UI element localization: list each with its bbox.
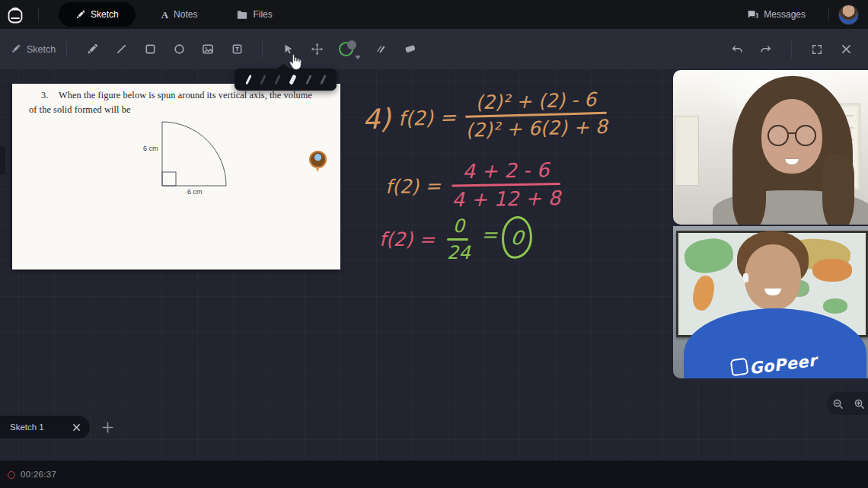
sheet-tab-sketch-1[interactable]: Sketch 1 (0, 416, 90, 439)
hw3-lhs: f(2) = (379, 228, 435, 250)
undo-button[interactable] (727, 40, 747, 59)
q4-fraction-denominator: x² + 6x + 8 (95, 314, 129, 324)
tutor-video-feed[interactable]: GoPeer (673, 226, 868, 378)
q3-figure: 6 cm 6 cm (111, 120, 248, 196)
stroke-option-2[interactable] (260, 75, 266, 85)
image-tool-button[interactable] (198, 40, 218, 59)
move-icon (311, 43, 324, 56)
ellipse-tool-button[interactable] (169, 40, 189, 59)
hw3-numerator: 0 (453, 215, 464, 237)
q3-fig-label-left: 6 cm (143, 145, 158, 152)
call-control-bar: 00:26:37 (0, 461, 868, 488)
q4-number: 4. (41, 308, 48, 319)
q4-option-d: (D) 24.5 (192, 331, 224, 343)
q3-text-line2: of the solid formed will be (29, 104, 131, 116)
student-glasses (767, 125, 816, 145)
zoom-controls (827, 392, 868, 415)
q3-option-d: (D) 144π (193, 279, 228, 290)
student-hair-right (822, 154, 854, 225)
pencil-icon (75, 10, 85, 20)
tab-sketch-label: Sketch (91, 9, 119, 20)
hw2-denominator: 4 + 12 + 8 (452, 187, 560, 211)
q4-option-c: (C) 6.25 (144, 331, 176, 343)
nav-divider (38, 8, 39, 21)
color-tool-button[interactable] (336, 40, 356, 59)
shirt-brand-text: GoPeer (748, 352, 818, 378)
close-sketch-button[interactable] (836, 40, 856, 59)
zoom-out-button[interactable] (827, 393, 848, 414)
stroke-option-4[interactable] (289, 75, 297, 85)
chat-icon (747, 10, 758, 20)
stroke-width-tool-button[interactable] (371, 40, 391, 59)
q3-option-b: (B) 36π (101, 279, 130, 290)
q4-suffix: , f(2) = (132, 308, 159, 319)
q4-statement: 4. If f(x) = x² + x − 6 x² + 6x + 8 , f(… (41, 303, 159, 324)
stroke-option-6[interactable] (320, 75, 326, 85)
q4-prefix: If f(x) = (62, 308, 92, 319)
pen-tool-button[interactable] (82, 40, 102, 59)
close-icon (72, 423, 81, 432)
line-tool-button[interactable] (111, 40, 131, 59)
hw2-lhs: f(2) = (385, 175, 442, 198)
close-sheet-button[interactable] (72, 423, 81, 432)
fullscreen-button[interactable] (807, 40, 827, 59)
zoom-out-icon (832, 398, 844, 410)
messages-button[interactable]: Messages (742, 8, 810, 21)
q4-fraction-numerator: x² + x − 6 (95, 303, 129, 314)
nav-divider-2 (828, 8, 829, 21)
redo-icon (760, 44, 772, 55)
tutor-earbud (743, 273, 748, 282)
move-tool-button[interactable] (307, 40, 327, 59)
q3-text-line1: When the figure below is spun around its… (59, 90, 312, 101)
eraser-tool-button[interactable] (400, 40, 420, 59)
hw1-denominator: (2)² + 6(2) + 8 (465, 116, 608, 142)
q4-option-b: (B) 5.75 (96, 331, 128, 343)
text-box-icon (231, 43, 243, 55)
stroke-option-1[interactable] (245, 75, 251, 85)
side-drawer-handle[interactable] (0, 146, 5, 175)
handwriting-step-1: 4) f(2) = (2)² + (2) - 6 (2)² + 6(2) + 8 (362, 88, 608, 144)
add-sheet-button[interactable] (99, 419, 116, 435)
stroke-option-3[interactable] (274, 75, 280, 85)
exam-document[interactable]: 3. When the figure below is spun around … (12, 84, 340, 270)
tab-sketch[interactable]: Sketch (59, 2, 136, 27)
user-avatar[interactable] (838, 5, 859, 25)
text-tool-button[interactable] (227, 40, 247, 59)
hw3-fraction-bar (447, 238, 468, 241)
toolbar-divider-3 (791, 41, 792, 58)
messages-label: Messages (764, 9, 806, 20)
rectangle-icon (145, 43, 156, 55)
handwriting-step-2: f(2) = 4 + 2 - 6 4 + 12 + 8 (385, 158, 560, 212)
tab-files[interactable]: Files (226, 5, 282, 24)
q3-option-c: (C) 72π (146, 279, 176, 290)
zoom-in-icon (854, 398, 865, 410)
undo-icon (731, 44, 743, 55)
hw1-lhs: f(2) = (398, 105, 457, 129)
q3-option-e: (E) 288π (245, 279, 279, 290)
stroke-width-popover (235, 69, 337, 91)
redo-button[interactable] (756, 40, 776, 59)
tab-files-label: Files (253, 9, 272, 20)
toolbar-title: Sketch (11, 44, 56, 55)
rectangle-tool-button[interactable] (140, 40, 160, 59)
call-timer: 00:26:37 (21, 470, 56, 479)
hw3-denominator: 24 (447, 242, 471, 263)
wall-poster-left (675, 116, 699, 186)
q4-fraction: x² + x − 6 x² + 6x + 8 (95, 303, 129, 324)
toolbar-divider (66, 41, 67, 58)
toolbar-title-label: Sketch (27, 44, 56, 55)
eraser-icon (404, 43, 416, 55)
hw1-numerator: (2)² + (2) - 6 (475, 88, 596, 113)
tab-notes[interactable]: A Notes (151, 5, 209, 24)
plus-icon (101, 421, 114, 434)
hw2-numerator: 4 + 2 - 6 (462, 158, 549, 183)
q4-option-e: (E) Undefined (241, 331, 296, 343)
tutor-face (745, 244, 801, 310)
gopeer-logo-icon[interactable] (0, 5, 30, 24)
remote-cursor-avatar (309, 151, 327, 168)
tab-notes-label: Notes (174, 9, 197, 20)
student-video-feed[interactable] (673, 70, 868, 225)
handwriting-step-3: f(2) = 0 24 = 0 (379, 215, 532, 263)
zoom-in-button[interactable] (848, 393, 868, 414)
stroke-option-5[interactable] (305, 75, 311, 85)
